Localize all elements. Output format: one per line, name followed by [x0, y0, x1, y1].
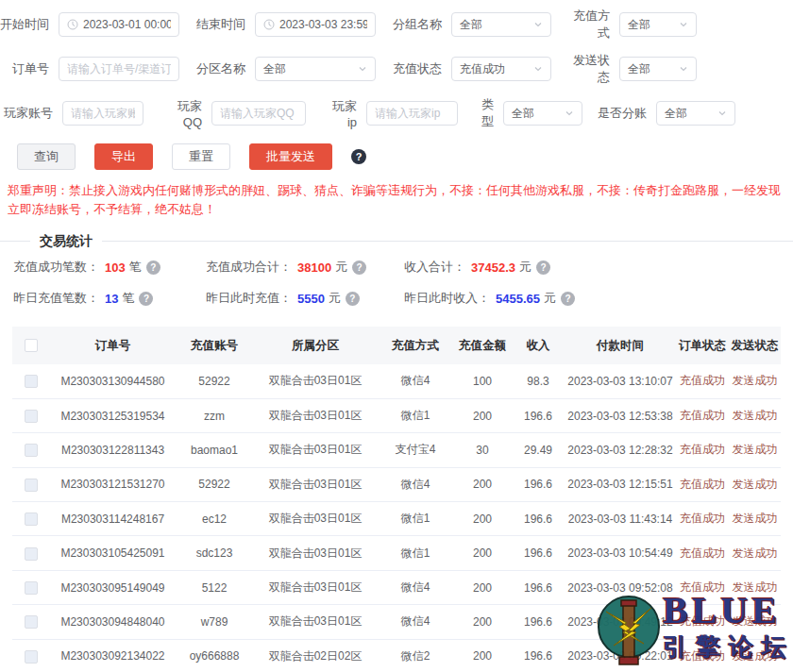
row-select-cell [12, 433, 50, 467]
query-button[interactable]: 查询 [17, 143, 76, 170]
cell-pay-time: 2023-03-03 12:53:38 [565, 398, 676, 432]
stat-value: 5550 [297, 292, 325, 306]
stat-yesterday-income: 昨日此时收入： 5455.65 元 ? [404, 290, 793, 307]
stat-unit: 元 [335, 259, 347, 276]
cell-send-status: 发送成功 [729, 605, 781, 639]
row-checkbox[interactable] [25, 410, 38, 423]
table-header-row: 订单号 充值账号 所属分区 充值方式 充值金额 收入 付款时间 订单状态 发送状… [12, 327, 781, 364]
stat-unit: 元 [544, 290, 556, 307]
cell-method: 微信4 [378, 467, 453, 501]
row-checkbox[interactable] [25, 375, 38, 388]
start-time-input[interactable]: 2023-03-01 00:00:00 [59, 12, 179, 37]
row-checkbox[interactable] [25, 650, 38, 664]
order-no-input[interactable] [59, 57, 179, 81]
help-icon[interactable]: ? [139, 292, 153, 306]
end-time-input[interactable]: 2023-03-03 23:59:59 [255, 12, 376, 37]
cell-zone: 双龍合击03日01区 [253, 398, 378, 432]
split-account-label: 是否分账 [594, 105, 656, 122]
type-select[interactable]: 全部 [503, 101, 582, 126]
send-status-value: 全部 [628, 61, 675, 77]
row-select-cell [12, 364, 50, 398]
table-row: M2303030951490495122双龍合击03日01区微信4200196.… [12, 570, 781, 604]
help-icon[interactable]: ? [561, 292, 575, 306]
help-icon[interactable]: ? [346, 292, 360, 306]
pay-method-select[interactable]: 全部 [619, 12, 697, 37]
filter-player-qq: 玩家QQ [162, 98, 306, 129]
cell-account: sdc123 [176, 536, 253, 570]
cell-send-status: 发送成功 [729, 536, 781, 570]
stat-success-count: 充值成功笔数： 103 笔 ? [13, 259, 206, 276]
group-name-select[interactable]: 全部 [451, 12, 551, 37]
stat-label: 昨日此时收入： [404, 290, 490, 307]
recharge-status-select[interactable]: 充值成功 [451, 57, 551, 81]
cell-send-status: 发送成功 [729, 570, 781, 604]
filter-split-account: 是否分账 全部 [594, 101, 735, 126]
start-time-value: 2023-03-01 00:00:00 [83, 18, 171, 31]
cell-send-status: 发送成功 [729, 467, 781, 501]
chevron-down-icon [533, 20, 543, 29]
cell-income: 98.3 [512, 364, 565, 398]
cell-amount: 200 [453, 398, 512, 432]
stat-label: 充值成功合计： [206, 259, 292, 276]
help-icon[interactable]: ? [351, 149, 366, 164]
cell-zone: 双龍合击03日01区 [253, 467, 378, 501]
player-account-input[interactable] [62, 101, 143, 126]
start-time-label: 开始时间 [0, 16, 59, 33]
reset-button[interactable]: 重置 [172, 143, 230, 170]
table-row: M230303092134022oy666888双龍合击02日02区微信2200… [12, 639, 781, 672]
row-checkbox[interactable] [25, 512, 38, 526]
table-row: M230303122811343baomao1双龍合击03日01区支付宝4302… [12, 433, 781, 467]
col-order-status: 订单状态 [676, 327, 729, 364]
batch-send-button[interactable]: 批量发送 [249, 143, 332, 170]
stat-label: 收入合计： [404, 259, 465, 276]
row-checkbox[interactable] [25, 615, 38, 629]
cell-order-status: 充值成功 [676, 502, 729, 536]
player-ip-input[interactable] [366, 101, 458, 126]
cell-income: 29.49 [512, 433, 565, 467]
filter-end-time: 结束时间 2023-03-03 23:59:59 [196, 12, 376, 37]
filter-group-name: 分组名称 全部 [393, 12, 551, 37]
zone-name-select[interactable]: 全部 [255, 57, 376, 81]
cell-income: 196.6 [512, 467, 565, 501]
cell-order-status: 充值成功 [676, 398, 729, 432]
chevron-down-icon [679, 64, 688, 74]
zone-name-label: 分区名称 [196, 60, 255, 77]
stats-divider: 交易统计 [0, 234, 793, 247]
table-row: M23030312153127052922双龍合击03日01区微信4200196… [12, 467, 781, 501]
row-checkbox[interactable] [25, 444, 38, 457]
orders-table: 订单号 充值账号 所属分区 充值方式 充值金额 收入 付款时间 订单状态 发送状… [12, 327, 781, 672]
cell-pay-time: 2023-03-03 13:10:07 [565, 364, 676, 398]
cell-order-no: M230303094848040 [50, 605, 176, 639]
order-no-label: 订单号 [0, 60, 59, 77]
stat-label: 昨日此时充值： [206, 290, 292, 307]
cell-send-status: 发送成功 [729, 502, 781, 536]
pay-method-label: 充值方式 [565, 8, 619, 42]
cell-income: 196.6 [512, 398, 565, 432]
stat-value: 103 [105, 260, 126, 275]
select-all-checkbox[interactable] [25, 339, 38, 352]
row-checkbox[interactable] [25, 581, 38, 595]
col-account: 充值账号 [176, 327, 253, 364]
filter-pay-method: 充值方式 全部 [565, 8, 697, 42]
type-value: 全部 [512, 106, 561, 122]
send-status-select[interactable]: 全部 [619, 57, 697, 81]
help-icon[interactable]: ? [536, 260, 550, 275]
export-button[interactable]: 导出 [94, 143, 153, 170]
help-icon[interactable]: ? [352, 260, 366, 275]
split-account-select[interactable]: 全部 [656, 101, 735, 126]
player-qq-input[interactable] [211, 101, 306, 126]
cell-zone: 双龍合击03日01区 [253, 536, 378, 570]
cell-order-no: M230303105425091 [50, 536, 176, 570]
cell-account: w789 [176, 605, 253, 639]
cell-method: 微信1 [378, 398, 453, 432]
row-select-cell [12, 398, 50, 432]
cell-amount: 100 [453, 364, 512, 398]
stats-title: 交易统计 [30, 234, 102, 247]
help-icon[interactable]: ? [146, 260, 160, 275]
row-checkbox[interactable] [25, 479, 38, 492]
chevron-down-icon [358, 64, 367, 74]
row-checkbox[interactable] [25, 547, 38, 561]
col-send-status: 发送状态 [729, 327, 781, 364]
col-method: 充值方式 [378, 327, 453, 364]
chevron-down-icon [565, 109, 574, 118]
